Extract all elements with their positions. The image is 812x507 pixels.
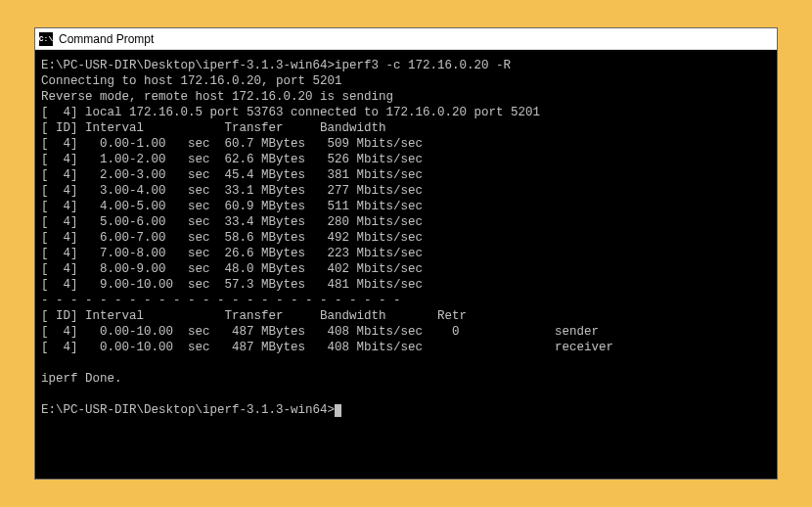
entered-command: iperf3 -c 172.16.0.20 -R (335, 59, 511, 72)
prompt-line: E:\PC-USR-DIR\Desktop\iperf-3.1.3-win64>… (41, 58, 771, 73)
separator-line: - - - - - - - - - - - - - - - - - - - - … (41, 293, 771, 308)
output-line: [ 4] local 172.16.0.5 port 53763 connect… (41, 105, 771, 120)
summary-row: [ 4] 0.00-10.00 sec 487 MBytes 408 Mbits… (41, 324, 771, 340)
blank-line (41, 387, 771, 402)
prompt-path: E:\PC-USR-DIR\Desktop\iperf-3.1.3-win64> (41, 403, 335, 417)
output-line: Reverse mode, remote host 172.16.0.20 is… (41, 89, 771, 105)
table-row: [ 4] 8.00-9.00 sec 48.0 MBytes 402 Mbits… (41, 261, 771, 277)
table-row: [ 4] 6.00-7.00 sec 58.6 MBytes 492 Mbits… (41, 230, 771, 246)
table-row: [ 4] 7.00-8.00 sec 26.6 MBytes 223 Mbits… (41, 246, 771, 261)
output-line: Connecting to host 172.16.0.20, port 520… (41, 73, 771, 89)
table-row: [ 4] 2.00-3.00 sec 45.4 MBytes 381 Mbits… (41, 167, 771, 183)
table-row: [ 4] 9.00-10.00 sec 57.3 MBytes 481 Mbit… (41, 277, 771, 293)
command-prompt-icon: C:\ (39, 32, 53, 46)
table-header: [ ID] Interval Transfer Bandwidth (41, 120, 771, 136)
blank-line (41, 355, 771, 371)
title-bar[interactable]: C:\ Command Prompt (35, 28, 777, 50)
table-header: [ ID] Interval Transfer Bandwidth Retr (41, 308, 771, 324)
command-prompt-window: C:\ Command Prompt E:\PC-USR-DIR\Desktop… (34, 27, 778, 480)
table-row: [ 4] 0.00-1.00 sec 60.7 MBytes 509 Mbits… (41, 136, 771, 152)
window-title: Command Prompt (59, 32, 154, 46)
prompt-line: E:\PC-USR-DIR\Desktop\iperf-3.1.3-win64> (41, 402, 771, 418)
summary-row: [ 4] 0.00-10.00 sec 487 MBytes 408 Mbits… (41, 340, 771, 355)
prompt-path: E:\PC-USR-DIR\Desktop\iperf-3.1.3-win64> (41, 59, 335, 72)
cursor (335, 404, 341, 417)
table-row: [ 4] 5.00-6.00 sec 33.4 MBytes 280 Mbits… (41, 214, 771, 230)
table-row: [ 4] 1.00-2.00 sec 62.6 MBytes 526 Mbits… (41, 152, 771, 167)
table-row: [ 4] 4.00-5.00 sec 60.9 MBytes 511 Mbits… (41, 199, 771, 214)
terminal-output[interactable]: E:\PC-USR-DIR\Desktop\iperf-3.1.3-win64>… (35, 50, 777, 479)
table-row: [ 4] 3.00-4.00 sec 33.1 MBytes 277 Mbits… (41, 183, 771, 199)
done-line: iperf Done. (41, 371, 771, 387)
